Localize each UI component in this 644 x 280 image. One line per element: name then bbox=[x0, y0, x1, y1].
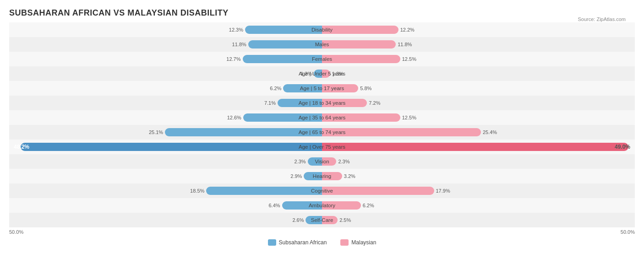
left-value: 6.4% bbox=[264, 203, 280, 208]
left-value: 2.3% bbox=[289, 159, 306, 164]
bar-inner: 2.6% Self-Care 2.5% bbox=[9, 215, 635, 226]
right-bar bbox=[322, 26, 398, 34]
axis-right: 50.0% bbox=[621, 229, 635, 235]
right-side: 12.5% bbox=[322, 54, 635, 65]
right-bar bbox=[322, 157, 336, 166]
right-bar bbox=[322, 187, 434, 195]
right-side: 3.2% bbox=[322, 171, 635, 182]
right-side: 49.0% bbox=[322, 141, 635, 152]
bar-inner: 2.3% Vision 2.3% bbox=[9, 156, 635, 167]
bar-inner: 48.2% Age | Over 75 years 49.0% bbox=[9, 141, 635, 152]
legend-blue-label: Subsaharan African bbox=[279, 239, 327, 246]
right-bar bbox=[322, 128, 481, 136]
bar-inner: 12.7% Females 12.5% bbox=[9, 54, 635, 65]
bar-row: 11.8% Males 11.8% bbox=[9, 37, 635, 52]
left-value: 2.9% bbox=[285, 173, 302, 179]
left-bar-wrap: 18.5% bbox=[9, 185, 322, 196]
right-bar bbox=[322, 172, 342, 180]
right-bar bbox=[322, 113, 400, 122]
right-value: 25.4% bbox=[483, 129, 499, 135]
left-side: 2.6% bbox=[9, 215, 322, 226]
left-bar-wrap: 6.4% bbox=[9, 200, 322, 211]
right-side: 2.3% bbox=[322, 156, 635, 167]
left-bar bbox=[206, 187, 322, 195]
left-value: 1.3% bbox=[295, 71, 312, 76]
right-value: 12.5% bbox=[402, 56, 419, 62]
right-bar bbox=[322, 201, 361, 210]
chart-title: SUBSAHARAN AFRICAN VS MALAYSIAN DISABILI… bbox=[9, 8, 635, 18]
left-bar-wrap: 48.2% bbox=[9, 141, 322, 152]
right-value: 7.2% bbox=[369, 100, 385, 106]
bar-row: 12.6% Age | 35 to 64 years 12.5% bbox=[9, 110, 635, 125]
axis-left: 50.0% bbox=[9, 229, 23, 235]
legend-blue-box bbox=[268, 239, 276, 246]
left-value: 12.7% bbox=[224, 56, 241, 62]
left-bar bbox=[308, 157, 322, 166]
right-side: 6.2% bbox=[322, 200, 635, 211]
left-side: 2.9% bbox=[9, 171, 322, 182]
right-value: 11.8% bbox=[398, 42, 414, 47]
right-bar bbox=[322, 70, 330, 78]
bar-row: 2.6% Self-Care 2.5% bbox=[9, 213, 635, 227]
left-bar-wrap: 2.6% bbox=[9, 215, 322, 226]
left-side: 12.7% bbox=[9, 54, 322, 65]
right-bar bbox=[322, 40, 396, 48]
bar-inner: 6.4% Ambulatory 6.2% bbox=[9, 200, 635, 211]
left-bar-wrap: 6.2% bbox=[9, 83, 322, 94]
left-value: 12.3% bbox=[227, 27, 243, 32]
left-bar-wrap: 2.3% bbox=[9, 156, 322, 167]
left-bar bbox=[243, 113, 322, 122]
legend-pink-label: Malaysian bbox=[351, 239, 376, 246]
right-bar bbox=[322, 55, 400, 63]
left-side: 6.4% bbox=[9, 200, 322, 211]
left-value: 6.2% bbox=[265, 86, 281, 91]
right-side: 11.8% bbox=[322, 39, 635, 50]
right-value: 12.5% bbox=[402, 115, 419, 120]
right-value: 12.2% bbox=[400, 27, 417, 32]
right-side: 7.2% bbox=[322, 97, 635, 108]
legend-pink: Malaysian bbox=[340, 239, 376, 246]
left-bar-wrap: 11.8% bbox=[9, 39, 322, 50]
right-value: 3.2% bbox=[344, 173, 360, 179]
right-value: 17.9% bbox=[436, 188, 453, 194]
bar-inner: 2.9% Hearing 3.2% bbox=[9, 171, 635, 182]
right-value: 1.3% bbox=[332, 71, 349, 76]
left-value: 25.1% bbox=[147, 129, 163, 135]
left-side: 11.8% bbox=[9, 39, 322, 50]
right-value: 49.0% bbox=[615, 144, 631, 150]
left-bar bbox=[278, 99, 322, 107]
right-bar bbox=[322, 216, 338, 224]
chart-container: SUBSAHARAN AFRICAN VS MALAYSIAN DISABILI… bbox=[0, 0, 644, 255]
left-bar-wrap: 2.9% bbox=[9, 171, 322, 182]
legend-pink-box bbox=[340, 239, 349, 246]
bar-inner: 11.8% Males 11.8% bbox=[9, 39, 635, 50]
chart-header: SUBSAHARAN AFRICAN VS MALAYSIAN DISABILI… bbox=[9, 8, 635, 18]
left-side: 12.3% bbox=[9, 24, 322, 35]
left-bar bbox=[245, 26, 322, 34]
bar-inner: 7.1% Age | 18 to 34 years 7.2% bbox=[9, 97, 635, 108]
left-bar bbox=[21, 143, 322, 151]
left-bar-wrap: 12.6% bbox=[9, 112, 322, 123]
right-value: 2.5% bbox=[339, 217, 356, 223]
bar-row: 2.3% Vision 2.3% bbox=[9, 154, 635, 169]
left-bar bbox=[248, 40, 322, 48]
legend-blue: Subsaharan African bbox=[268, 239, 327, 246]
right-value: 6.2% bbox=[363, 203, 379, 208]
bar-row: 25.1% Age | 65 to 74 years 25.4% bbox=[9, 125, 635, 140]
bar-inner: 12.6% Age | 35 to 64 years 12.5% bbox=[9, 112, 635, 123]
right-side: 12.2% bbox=[322, 24, 635, 35]
left-side: 18.5% bbox=[9, 185, 322, 196]
right-bar bbox=[322, 143, 628, 151]
left-value: 18.5% bbox=[188, 188, 204, 194]
left-bar bbox=[282, 201, 322, 210]
left-value: 48.2% bbox=[13, 144, 29, 150]
right-value: 5.8% bbox=[360, 86, 377, 91]
bar-inner: 1.3% Age | Under 5 years 1.3% bbox=[9, 68, 635, 79]
right-side: 2.5% bbox=[322, 215, 635, 226]
left-bar bbox=[283, 84, 322, 92]
right-side: 17.9% bbox=[322, 185, 635, 196]
left-bar-wrap: 12.3% bbox=[9, 24, 322, 35]
left-side: 6.2% bbox=[9, 83, 322, 94]
right-value: 2.3% bbox=[338, 159, 355, 164]
left-side: 12.6% bbox=[9, 112, 322, 123]
